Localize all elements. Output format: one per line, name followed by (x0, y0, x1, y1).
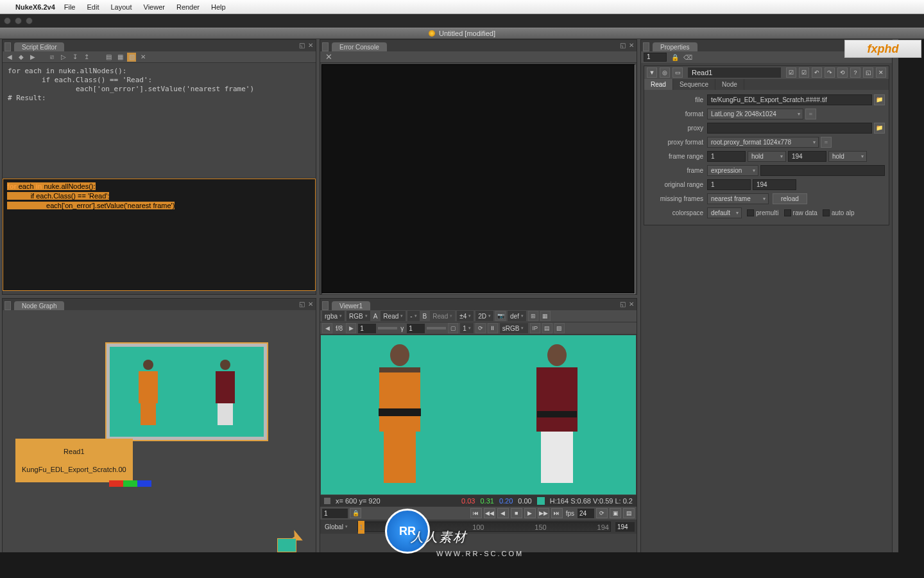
play-fwd-icon[interactable]: ▶ (524, 508, 536, 518)
run-icon[interactable]: ▷ (59, 53, 68, 62)
viewer-lut-select[interactable]: sRGB (500, 323, 528, 333)
autoalpha-checkbox[interactable] (823, 209, 830, 216)
roi-icon[interactable]: ▦ (540, 311, 551, 321)
layer-select[interactable]: rgba (322, 311, 345, 321)
traffic-zoom[interactable] (26, 17, 33, 24)
viewer-image[interactable] (321, 335, 636, 495)
gain-input[interactable]: 1 (358, 324, 376, 333)
check2-icon[interactable]: ☑ (799, 67, 809, 78)
menu-edit[interactable]: Edit (87, 3, 99, 11)
dimension-select[interactable]: 2D (475, 311, 493, 321)
orig-last[interactable]: 194 (753, 179, 796, 190)
b-input-select[interactable]: Read (430, 311, 455, 321)
channel-select[interactable]: RGB (346, 311, 370, 321)
current-frame-input[interactable]: 1 (322, 509, 348, 518)
tab-properties[interactable]: Properties (653, 42, 697, 51)
tab-viewer1[interactable]: Viewer1 (332, 301, 370, 310)
panel-float-icon[interactable]: ◱ (298, 300, 305, 308)
error-output[interactable] (321, 64, 635, 294)
pixel-sample-icon[interactable] (324, 498, 330, 504)
traffic-min[interactable] (15, 17, 22, 24)
panel-handle[interactable] (322, 42, 329, 51)
downrez-select[interactable]: 1 (460, 323, 474, 333)
ip-icon[interactable]: IP (530, 323, 540, 333)
refresh-icon[interactable]: ⟳ (475, 323, 486, 333)
redo-icon[interactable]: ↷ (825, 67, 835, 78)
fps-input[interactable]: 24 (578, 509, 594, 518)
float-icon[interactable]: ▭ (672, 67, 683, 78)
menu-layout[interactable]: Layout (110, 3, 132, 11)
node-name-field[interactable]: Read1 (688, 67, 781, 78)
file-input[interactable]: te/KungFu_EDL_Export_Scratch.####.tif (707, 94, 872, 105)
step-back-icon[interactable]: ◀◀ (484, 508, 495, 518)
menu-viewer[interactable]: Viewer (144, 3, 165, 11)
raw-checkbox[interactable] (784, 209, 791, 216)
range-end-input[interactable]: 194 (615, 522, 635, 532)
stop-icon[interactable]: ■ (511, 508, 522, 518)
flipbook-icon[interactable]: ▤ (623, 508, 635, 518)
maximize-icon[interactable]: ◱ (863, 67, 873, 78)
layout2-icon[interactable]: ▦ (116, 53, 124, 62)
zoom-select[interactable]: ±4 (457, 311, 474, 321)
wipe-select[interactable]: - (407, 311, 419, 321)
read-node[interactable] (105, 342, 268, 441)
first-frame-icon[interactable]: ⏮ (470, 508, 482, 518)
check1-icon[interactable]: ☑ (786, 67, 796, 78)
script-input[interactable]: for each in nuke.allNodes(): if each.Cla… (3, 179, 316, 291)
load-icon[interactable]: ↧ (71, 53, 80, 62)
reload-button[interactable]: reload (773, 193, 807, 204)
premult-checkbox[interactable] (747, 209, 754, 216)
zebra-icon[interactable]: ▨ (554, 323, 565, 333)
range-mode-select[interactable]: Global (322, 521, 353, 532)
proxy-browse-icon[interactable]: 📁 (874, 123, 885, 134)
node-graph-canvas[interactable]: Read1 KungFu_EDL_Export_Scratch.00 ➤ (3, 310, 316, 577)
tab-error-console[interactable]: Error Console (332, 42, 387, 51)
help-icon[interactable]: ? (850, 67, 860, 78)
panel-handle[interactable] (322, 301, 329, 310)
panel-handle[interactable] (643, 42, 649, 51)
range-after-select[interactable]: hold (828, 151, 867, 162)
layout3-icon[interactable]: ▧ (127, 53, 136, 62)
tab-script-editor[interactable]: Script Editor (14, 42, 64, 51)
record-icon[interactable]: ▣ (610, 508, 621, 518)
fstop-label[interactable]: f/8 (334, 325, 344, 332)
clip-icon[interactable]: ⊞ (528, 311, 538, 321)
panel-close-icon[interactable]: ✕ (628, 41, 635, 49)
tab-node[interactable]: Node (715, 79, 744, 90)
lock-range-icon[interactable]: 🔒 (350, 508, 361, 518)
lut-select[interactable]: def (508, 311, 526, 321)
max-panels-input[interactable]: 1 (644, 53, 667, 62)
history-icon[interactable]: ▶ (28, 53, 37, 62)
traffic-close[interactable] (4, 17, 11, 24)
tab-read[interactable]: Read (644, 79, 673, 90)
panel-close-icon[interactable]: ✕ (307, 41, 314, 49)
overlay-icon[interactable]: ▤ (542, 323, 552, 333)
sync-icon[interactable]: ⟳ (596, 508, 608, 518)
save-icon[interactable]: ↥ (82, 53, 91, 62)
clear-all-icon[interactable]: ⌫ (683, 53, 692, 62)
panel-float-icon[interactable]: ◱ (619, 41, 626, 49)
panel-handle[interactable] (4, 301, 11, 310)
collapse-icon[interactable]: ▼ (647, 67, 657, 78)
file-browse-icon[interactable]: 📁 (874, 94, 885, 105)
menu-file[interactable]: File (64, 3, 76, 11)
step-fwd-icon[interactable]: ▶▶ (538, 508, 549, 518)
app-name[interactable]: NukeX6.2v4 (15, 3, 55, 11)
camera-icon[interactable]: 📷 (495, 311, 506, 321)
proxy-toggle-icon[interactable]: ▢ (448, 323, 458, 333)
cspace-select[interactable]: default (707, 207, 742, 218)
format-select[interactable]: LatLong 2k 2048x1024 (707, 109, 803, 119)
frame-expr-input[interactable] (760, 165, 885, 176)
close-node-icon[interactable]: ✕ (876, 67, 886, 78)
format-eq-button[interactable]: = (805, 109, 816, 119)
a-input-select[interactable]: Read (381, 311, 406, 321)
orig-first[interactable]: 1 (707, 179, 751, 190)
gamma-slider[interactable] (427, 327, 446, 329)
last-frame-icon[interactable]: ⏭ (551, 508, 563, 518)
pformat-select[interactable]: root.proxy_format 1024x778 (707, 137, 819, 148)
clear-icon[interactable]: ✕ (139, 53, 148, 62)
range-first-input[interactable]: 1 (707, 151, 746, 162)
prev-script-icon[interactable]: ◀ (5, 53, 14, 62)
pause-icon[interactable]: ⏸ (488, 323, 498, 333)
tab-node-graph[interactable]: Node Graph (14, 301, 64, 310)
